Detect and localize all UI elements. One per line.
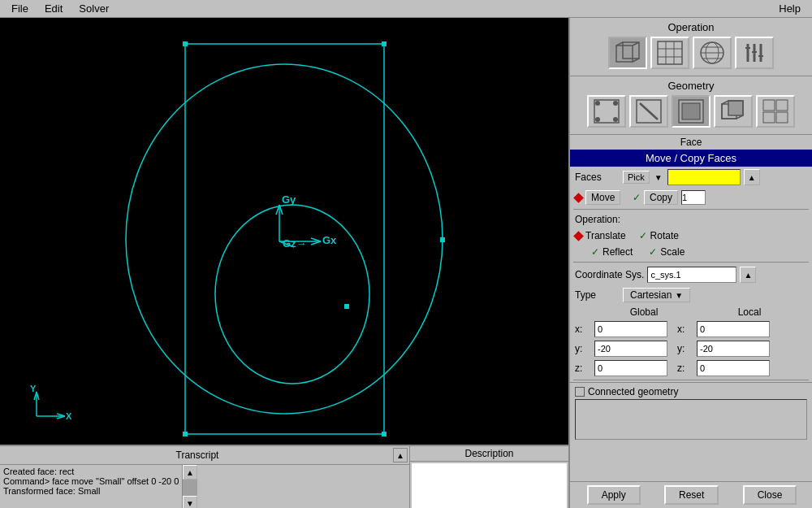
- svg-rect-35: [763, 112, 775, 123]
- type-label: Type: [575, 289, 620, 301]
- apply-button[interactable]: Apply: [587, 485, 641, 505]
- type-select[interactable]: Cartesian ▼: [623, 288, 690, 302]
- faces-label: Faces: [575, 172, 620, 183]
- description-header: Description: [410, 446, 568, 462]
- help-menu[interactable]: Help: [771, 1, 809, 16]
- scroll-track[interactable]: [183, 480, 197, 496]
- z-label-left: z:: [575, 363, 591, 374]
- bottom-buttons: Apply Reset Close: [570, 481, 812, 508]
- copy-count-input[interactable]: [681, 190, 706, 205]
- multiface-button[interactable]: [756, 95, 795, 128]
- move-radio-diamond: [573, 193, 584, 203]
- solver-menu[interactable]: Solver: [71, 1, 117, 16]
- geometry-title: Geometry: [573, 80, 809, 92]
- left-panel: Transcript ▲ Created face: rect Command>…: [0, 18, 568, 508]
- x-row: x: x:: [570, 319, 812, 339]
- operation-section: Operation: [570, 18, 812, 76]
- transcript-title: Transcript: [2, 449, 393, 461]
- reflect-label[interactable]: Reflect: [603, 246, 633, 258]
- connected-geo-checkbox-icon[interactable]: [575, 387, 585, 397]
- close-button[interactable]: Close: [743, 485, 797, 505]
- local-header: Local: [705, 306, 794, 318]
- local-z-input[interactable]: [697, 360, 770, 376]
- faces-arrow-btn[interactable]: ▲: [744, 169, 760, 185]
- reset-button[interactable]: Reset: [664, 485, 719, 505]
- svg-rect-0: [616, 46, 633, 62]
- transcript-content: Created face: rect Command> face move "S…: [0, 465, 182, 508]
- coord-sys-input[interactable]: [647, 267, 736, 283]
- menubar: File Edit Solver Help: [0, 0, 812, 18]
- translate-label[interactable]: Translate: [585, 230, 626, 241]
- svg-rect-34: [776, 100, 788, 111]
- pick-button[interactable]: Pick: [623, 171, 650, 184]
- vertex-button[interactable]: [587, 95, 626, 128]
- geometry-toolbar: [573, 95, 809, 128]
- svg-rect-5: [658, 41, 682, 64]
- coord-sys-arrow-btn[interactable]: ▲: [740, 267, 756, 283]
- scroll-up-arrow[interactable]: ▲: [183, 465, 197, 480]
- viewport[interactable]: [0, 18, 568, 445]
- svg-rect-1: [623, 42, 639, 59]
- coord-sys-label: Coordinate Sys.: [575, 269, 644, 280]
- connected-geo-area: [575, 399, 807, 440]
- 3d-box-button[interactable]: [608, 37, 647, 69]
- reflect-scale-row: ✓ Reflect ✓ Scale: [570, 244, 812, 260]
- connected-geometry-section: Connected geometry: [570, 382, 812, 443]
- face-button[interactable]: [672, 95, 710, 128]
- type-row: Type Cartesian ▼: [570, 285, 812, 305]
- scroll-down-arrow[interactable]: ▼: [183, 496, 197, 508]
- svg-line-27: [640, 103, 658, 119]
- scroll-container: Operation: [570, 18, 812, 508]
- transcript-line1: Created face: rect: [3, 467, 179, 476]
- svg-point-24: [595, 117, 600, 122]
- file-menu[interactable]: File: [3, 1, 37, 16]
- separator3: [573, 380, 809, 380]
- svg-rect-36: [776, 112, 788, 123]
- coord-sys-row: Coordinate Sys. ▲: [570, 264, 812, 285]
- transcript-section: Transcript ▲ Created face: rect Command>…: [0, 446, 410, 508]
- svg-rect-29: [682, 103, 700, 119]
- x-label-right: x:: [677, 323, 693, 335]
- face-label: Face: [570, 135, 812, 150]
- transcript-header: Transcript ▲: [0, 446, 409, 465]
- move-copy-header: Move / Copy Faces: [570, 150, 812, 167]
- y-label-left: y:: [575, 343, 591, 354]
- rotate-label[interactable]: Rotate: [650, 230, 679, 241]
- global-z-input[interactable]: [594, 360, 667, 376]
- edit-menu[interactable]: Edit: [37, 1, 71, 16]
- global-y-input[interactable]: [594, 341, 667, 357]
- local-x-input[interactable]: [697, 321, 770, 337]
- global-x-input[interactable]: [594, 321, 667, 337]
- y-label-right: y:: [677, 343, 693, 354]
- x-label-left: x:: [575, 323, 591, 335]
- operation-toolbar: [573, 37, 809, 69]
- y-row: y: y:: [570, 339, 812, 358]
- global-header: Global: [599, 306, 689, 318]
- mesh-button[interactable]: [693, 37, 732, 69]
- local-y-input[interactable]: [697, 341, 770, 357]
- separator1: [573, 209, 809, 210]
- grid-button[interactable]: [650, 37, 689, 69]
- description-content: [412, 463, 567, 508]
- move-button[interactable]: Move: [585, 190, 620, 205]
- bottom-panel: Transcript ▲ Created face: rect Command>…: [0, 445, 568, 508]
- transcript-scrollbar[interactable]: ▲ ▼: [182, 465, 197, 508]
- tools-button[interactable]: [735, 37, 774, 69]
- svg-point-25: [613, 117, 618, 122]
- z-label-right: z:: [677, 363, 693, 374]
- connected-geo-label: Connected geometry: [575, 386, 807, 397]
- svg-point-23: [613, 101, 618, 106]
- translate-rotate-row: Translate ✓ Rotate: [570, 228, 812, 244]
- scale-label[interactable]: Scale: [660, 246, 685, 258]
- transcript-scroll-up-btn[interactable]: ▲: [393, 448, 408, 462]
- separator2: [573, 262, 809, 263]
- transcript-line2: Command> face move "Small" offset 0 -20 …: [3, 476, 179, 486]
- right-panel-inner: Operation: [570, 18, 812, 508]
- geometry-section: Geometry: [570, 76, 812, 135]
- solid-button[interactable]: [714, 95, 753, 128]
- copy-button[interactable]: Copy: [644, 190, 678, 205]
- faces-input[interactable]: [667, 169, 741, 185]
- pick-dropdown-arrow[interactable]: ▼: [654, 173, 663, 182]
- type-dropdown-arrow[interactable]: ▼: [675, 291, 683, 300]
- edge-button[interactable]: [629, 95, 668, 128]
